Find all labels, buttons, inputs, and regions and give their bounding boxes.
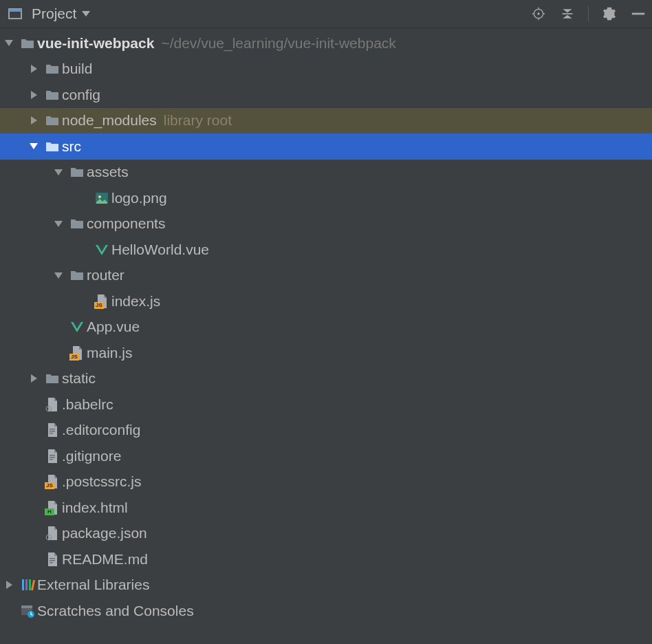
svg-marker-10 <box>563 15 572 19</box>
tree-row-node-modules[interactable]: node_modules library root <box>0 108 652 134</box>
tree-row-index-js[interactable]: JS index.js <box>0 288 652 314</box>
project-tool-window-icon <box>8 7 22 21</box>
expand-arrow-icon <box>54 169 63 175</box>
folder-icon <box>67 216 87 231</box>
scratches-icon <box>18 603 37 619</box>
file-label: HelloWorld.vue <box>111 242 209 258</box>
expand-arrow-icon <box>6 581 12 589</box>
tree-row-static[interactable]: static <box>0 366 652 392</box>
svg-rect-30 <box>31 580 35 590</box>
expand-arrow-icon <box>54 272 63 279</box>
expand-arrow-icon <box>31 65 37 73</box>
project-panel-header: Project <box>0 0 652 28</box>
project-view-selector[interactable]: Project <box>28 0 94 28</box>
folder-label: src <box>62 138 81 155</box>
js-file-icon: JS <box>43 474 62 489</box>
svg-point-13 <box>98 195 101 198</box>
svg-rect-21 <box>50 459 53 460</box>
tree-row-components[interactable]: components <box>0 211 652 237</box>
file-label: logo.png <box>111 190 167 206</box>
tree-row-router[interactable]: router <box>0 263 652 289</box>
tree-row-package-json[interactable]: package.json <box>0 521 652 547</box>
file-label: index.html <box>62 500 128 516</box>
image-file-icon <box>92 191 111 206</box>
svg-point-3 <box>537 12 539 14</box>
folder-icon <box>43 87 62 103</box>
file-label: .babelrc <box>62 396 113 413</box>
folder-icon <box>43 113 62 128</box>
folder-label: components <box>87 215 165 232</box>
expand-arrow-icon <box>54 221 63 227</box>
svg-rect-28 <box>25 579 28 590</box>
file-label: .editorconfig <box>62 422 140 438</box>
project-tree[interactable]: vue-init-webpack ~/dev/vue_learning/vue-… <box>0 28 652 624</box>
js-file-icon: JS <box>92 294 111 309</box>
tree-row-editorconfig[interactable]: .editorconfig <box>0 418 652 444</box>
project-root-label: vue-init-webpack <box>37 35 154 52</box>
svg-rect-17 <box>50 431 55 431</box>
tree-row-readme-md[interactable]: README.md <box>0 546 652 572</box>
file-label: .gitignore <box>62 448 121 464</box>
svg-rect-20 <box>50 457 55 458</box>
tree-row-app-vue[interactable]: App.vue <box>0 314 652 341</box>
tree-row-helloworld-vue[interactable]: HelloWorld.vue <box>0 237 652 263</box>
hide-panel-button[interactable] <box>630 6 646 22</box>
chevron-down-icon <box>82 11 90 17</box>
file-label: .postcssrc.js <box>62 473 142 490</box>
expand-arrow-icon <box>31 116 37 125</box>
tree-row-external-libraries[interactable]: External Libraries <box>0 572 652 599</box>
folder-icon <box>43 61 62 76</box>
svg-rect-25 <box>50 560 55 561</box>
config-file-icon <box>43 526 62 541</box>
vue-file-icon <box>92 242 111 257</box>
tree-row-scratches-consoles[interactable]: Scratches and Consoles <box>0 598 652 624</box>
js-file-icon: JS <box>67 345 87 361</box>
svg-rect-32 <box>21 605 32 608</box>
expand-arrow-icon <box>31 91 37 99</box>
svg-marker-8 <box>563 9 572 12</box>
tree-row-postcssrc-js[interactable]: JS .postcssrc.js <box>0 469 652 495</box>
svg-rect-27 <box>22 579 24 590</box>
project-root-path: ~/dev/vue_learning/vue-init-webpack <box>161 35 395 52</box>
text-file-icon <box>43 552 62 567</box>
svg-point-23 <box>48 537 50 539</box>
file-label: README.md <box>62 551 148 568</box>
tree-row-gitignore[interactable]: .gitignore <box>0 443 652 469</box>
text-file-icon <box>43 422 62 438</box>
svg-rect-19 <box>50 455 55 455</box>
vue-file-icon <box>67 319 87 334</box>
tree-row-src[interactable]: src <box>0 133 652 160</box>
tree-row-assets[interactable]: assets <box>0 160 652 186</box>
file-label: App.vue <box>87 319 140 335</box>
svg-rect-1 <box>9 9 21 12</box>
tree-row-build[interactable]: build <box>0 56 652 83</box>
expand-arrow-icon <box>31 374 37 383</box>
file-label: package.json <box>62 525 147 541</box>
expand-arrow-icon <box>5 40 13 46</box>
folder-label: build <box>62 61 92 77</box>
tree-row-main-js[interactable]: JS main.js <box>0 340 652 366</box>
folder-icon <box>18 36 37 51</box>
tree-row-babelrc[interactable]: .babelrc <box>0 391 652 418</box>
folder-icon <box>43 139 62 154</box>
project-view-label: Project <box>32 6 76 22</box>
locate-file-button[interactable] <box>530 6 547 22</box>
file-label: main.js <box>87 345 133 361</box>
svg-rect-29 <box>29 579 31 590</box>
collapse-all-button[interactable] <box>559 6 576 22</box>
folder-label: node_modules <box>62 112 157 129</box>
svg-rect-11 <box>632 13 644 15</box>
tree-row-logo-png[interactable]: logo.png <box>0 185 652 211</box>
svg-point-15 <box>48 408 50 410</box>
folder-label: config <box>62 87 100 103</box>
folder-hint: library root <box>164 112 232 129</box>
tree-row-index-html[interactable]: H index.html <box>0 495 652 521</box>
tree-row-config[interactable]: config <box>0 82 652 108</box>
html-file-icon: H <box>43 500 62 515</box>
settings-button[interactable] <box>601 6 618 22</box>
tree-row-project-root[interactable]: vue-init-webpack ~/dev/vue_learning/vue-… <box>0 30 652 56</box>
external-libraries-icon <box>18 577 37 592</box>
svg-rect-18 <box>50 433 53 433</box>
folder-label: static <box>62 370 96 387</box>
folder-icon <box>43 371 62 386</box>
